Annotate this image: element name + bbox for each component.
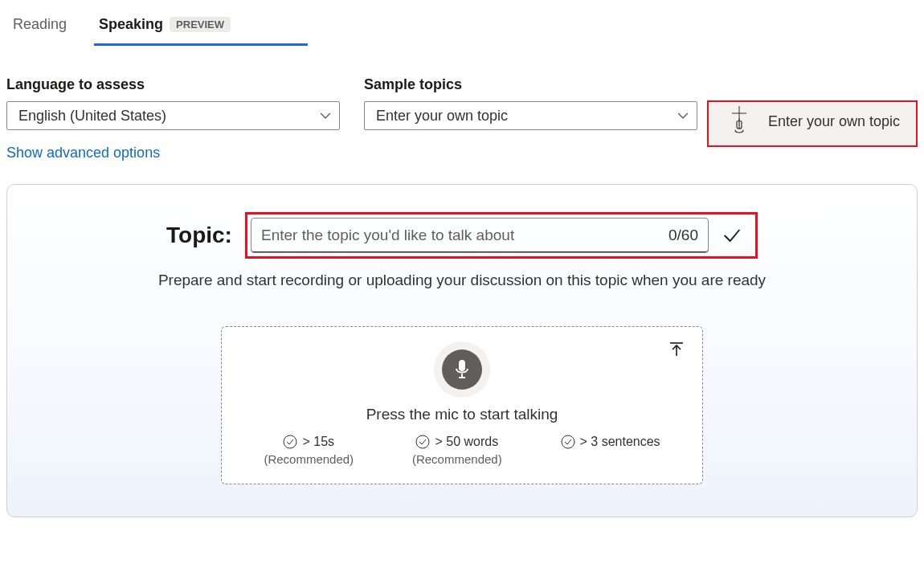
requirement-duration-sub: (Recommended) (264, 452, 354, 466)
tab-bar: Reading Speaking PREVIEW (6, 6, 918, 44)
check-circle-icon (283, 435, 297, 449)
requirement-duration-text: > 15s (302, 435, 334, 449)
sample-topics-select[interactable]: Enter your own topic (364, 101, 697, 130)
mic-icon (442, 349, 482, 390)
topic-input-highlight: Enter the topic you'd like to talk about… (245, 212, 758, 259)
chevron-down-icon (320, 110, 331, 121)
topic-placeholder: Enter the topic you'd like to talk about (261, 227, 668, 244)
check-icon (721, 224, 743, 247)
topic-input[interactable]: Enter the topic you'd like to talk about… (251, 218, 709, 253)
requirements-row: > 15s (Recommended) > 50 words (Recommen… (235, 435, 689, 466)
sample-topics-group: Sample topics Enter your own topic (364, 76, 697, 130)
topic-counter: 0/60 (668, 227, 698, 244)
topic-label: Topic: (166, 223, 232, 248)
tab-reading[interactable]: Reading (8, 11, 72, 44)
main-panel: Topic: Enter the topic you'd like to tal… (6, 184, 918, 517)
svg-point-8 (416, 435, 429, 448)
enter-own-topic-button[interactable]: Enter your own topic (707, 100, 918, 147)
check-circle-icon (561, 435, 575, 449)
recorder-card: Press the mic to start talking > 15s (Re… (221, 326, 703, 484)
controls-row: Language to assess English (United State… (6, 76, 918, 130)
tab-speaking[interactable]: Speaking PREVIEW (94, 11, 235, 44)
confirm-topic-button[interactable] (720, 223, 744, 247)
upload-button[interactable] (667, 340, 686, 359)
enter-own-topic-label: Enter your own topic (760, 113, 908, 131)
language-value: English (United States) (18, 108, 166, 125)
sample-topics-label: Sample topics (364, 76, 697, 93)
requirement-sentences: > 3 sentences (561, 435, 660, 466)
language-select[interactable]: English (United States) (6, 101, 340, 130)
requirement-words: > 50 words (Recommended) (412, 435, 502, 466)
requirement-duration: > 15s (Recommended) (264, 435, 354, 466)
svg-point-9 (562, 435, 574, 448)
topic-row: Topic: Enter the topic you'd like to tal… (20, 212, 904, 259)
panel-subtext: Prepare and start recording or uploading… (20, 272, 904, 289)
chevron-down-icon (677, 110, 689, 121)
svg-rect-4 (459, 360, 465, 371)
language-label: Language to assess (6, 76, 340, 93)
requirement-words-sub: (Recommended) (412, 452, 502, 466)
check-circle-icon (415, 435, 430, 449)
language-group: Language to assess English (United State… (6, 76, 340, 130)
requirement-words-text: > 50 words (435, 435, 498, 449)
svg-point-7 (284, 435, 296, 448)
requirement-sentences-text: > 3 sentences (580, 435, 660, 449)
upload-icon (667, 340, 686, 359)
show-advanced-options-link[interactable]: Show advanced options (6, 145, 160, 161)
mic-caption: Press the mic to start talking (235, 406, 689, 423)
preview-badge: PREVIEW (170, 17, 231, 32)
plus-icon (728, 106, 750, 138)
tab-speaking-label: Speaking (99, 16, 163, 33)
mic-button[interactable] (434, 341, 490, 398)
sample-topics-value: Enter your own topic (376, 108, 508, 125)
